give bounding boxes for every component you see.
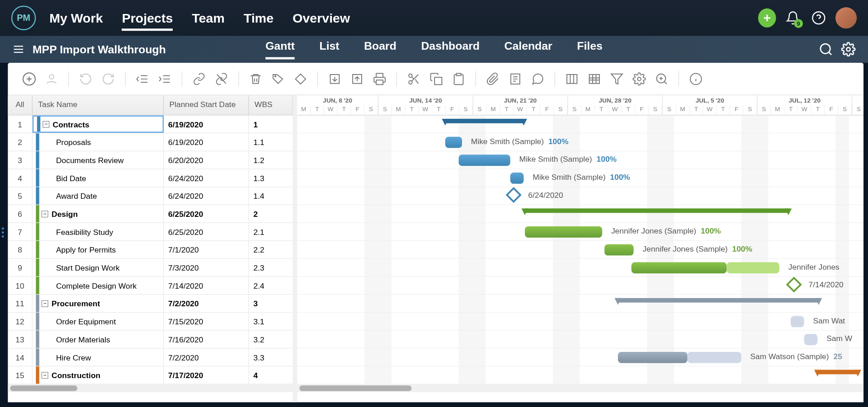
task-bar[interactable]	[632, 262, 727, 273]
task-bar[interactable]	[618, 352, 688, 363]
task-bar-remaining[interactable]	[688, 352, 741, 363]
nav-overview[interactable]: Overview	[292, 10, 350, 28]
print-icon[interactable]	[372, 71, 387, 87]
col-taskname[interactable]: Task Name	[33, 95, 164, 115]
settings-icon[interactable]	[841, 42, 855, 56]
col-date[interactable]: Planned Start Date	[164, 95, 249, 115]
add-button[interactable]	[758, 9, 776, 27]
attachment-icon[interactable]	[485, 71, 501, 87]
view-tab-calendar[interactable]: Calendar	[505, 39, 552, 59]
outdent-icon[interactable]	[135, 71, 151, 87]
collapse-icon[interactable]: −	[42, 300, 48, 307]
task-bar-remaining[interactable]	[726, 262, 779, 273]
nav-team[interactable]: Team	[192, 10, 224, 28]
task-row[interactable]: 11−Procurement7/2/20203	[8, 295, 292, 313]
assign-icon[interactable]	[44, 71, 60, 87]
gantt-row[interactable]: 6/24/2020	[297, 187, 863, 205]
gantt-row[interactable]: Jennifer Jones	[297, 259, 863, 277]
task-bar[interactable]	[604, 244, 633, 256]
collapse-icon[interactable]: −	[42, 372, 48, 379]
task-row[interactable]: 7Feasibility Study6/25/20202.1	[8, 223, 292, 241]
cut-icon[interactable]	[406, 71, 422, 87]
gantt-row[interactable]: Jennifer Jones (Sample)100%	[297, 241, 863, 259]
help-button[interactable]	[810, 9, 828, 27]
gantt-row[interactable]: 7/14/2020	[297, 277, 863, 295]
gantt-row[interactable]	[297, 366, 863, 384]
task-bar[interactable]	[791, 316, 804, 327]
task-row[interactable]: 14Hire Crew7/2/20203.3	[8, 348, 292, 366]
columns-icon[interactable]	[564, 71, 580, 87]
logo[interactable]: PM	[11, 5, 36, 30]
user-avatar[interactable]	[835, 7, 857, 28]
task-bar[interactable]	[459, 154, 510, 166]
notes-icon[interactable]	[507, 71, 523, 87]
add-task-icon[interactable]	[21, 71, 37, 87]
gear-icon[interactable]	[632, 71, 647, 87]
col-all[interactable]: All	[8, 95, 33, 115]
summary-bar[interactable]	[817, 370, 858, 374]
task-row[interactable]: 9Start Design Work7/3/20202.3	[8, 259, 292, 277]
task-bar[interactable]	[525, 226, 602, 238]
info-icon[interactable]	[688, 71, 704, 87]
export-icon[interactable]	[349, 71, 365, 87]
delete-icon[interactable]	[248, 71, 264, 87]
summary-bar[interactable]	[525, 208, 788, 213]
indent-icon[interactable]	[157, 71, 173, 87]
collapse-icon[interactable]: −	[42, 211, 48, 217]
view-tab-list[interactable]: List	[319, 39, 339, 59]
view-tab-dashboard[interactable]: Dashboard	[421, 39, 480, 59]
gantt-row[interactable]: Sam W	[297, 331, 863, 349]
tag-icon[interactable]	[270, 71, 286, 87]
summary-bar[interactable]	[445, 119, 524, 123]
collapse-icon[interactable]: −	[42, 121, 49, 127]
zoom-icon[interactable]	[654, 71, 670, 87]
gantt-row[interactable]: Mike Smith (Sample)100%	[297, 133, 863, 151]
link-icon[interactable]	[191, 71, 207, 87]
grid-hscroll[interactable]	[8, 384, 292, 392]
task-row[interactable]: 15−Construction7/17/20204	[8, 366, 292, 384]
gantt-row[interactable]: Sam Wat	[297, 313, 863, 331]
gantt-row[interactable]: Mike Smith (Sample)100%	[297, 169, 863, 187]
nav-my-work[interactable]: My Work	[49, 10, 103, 28]
task-bar[interactable]	[804, 334, 818, 345]
search-icon[interactable]	[819, 42, 833, 56]
task-row[interactable]: 3Documents Review6/20/20201.2	[8, 151, 292, 169]
gantt-body[interactable]: Mike Smith (Sample)100%Mike Smith (Sampl…	[297, 116, 863, 384]
comment-icon[interactable]	[530, 71, 546, 87]
view-tab-files[interactable]: Files	[577, 39, 603, 59]
gantt-hscroll[interactable]	[297, 384, 863, 392]
nav-projects[interactable]: Projects	[122, 10, 173, 31]
paste-icon[interactable]	[451, 71, 467, 87]
task-bar[interactable]	[510, 173, 524, 184]
milestone-diamond[interactable]	[506, 187, 522, 203]
milestone-diamond[interactable]	[786, 277, 802, 293]
gantt-row[interactable]: Jennifer Jones (Sample)100%	[297, 223, 863, 241]
undo-icon[interactable]	[78, 71, 94, 87]
unlink-icon[interactable]	[214, 71, 230, 87]
gantt-row[interactable]: Sam Watson (Sample)25	[297, 348, 863, 366]
task-row[interactable]: 4Bid Date6/24/20201.3	[8, 169, 292, 187]
import-icon[interactable]	[327, 71, 343, 87]
gantt-row[interactable]	[297, 295, 863, 313]
view-tab-gantt[interactable]: Gantt	[265, 39, 295, 59]
redo-icon[interactable]	[100, 71, 116, 87]
view-tab-board[interactable]: Board	[364, 39, 396, 59]
task-bar[interactable]	[445, 137, 462, 148]
summary-bar[interactable]	[618, 298, 819, 303]
filter-icon[interactable]	[609, 71, 625, 87]
gantt-row[interactable]: Mike Smith (Sample)100%	[297, 151, 863, 169]
task-row[interactable]: 13Order Materials7/16/20203.2	[8, 331, 292, 349]
nav-time[interactable]: Time	[244, 10, 274, 28]
task-row[interactable]: 12Order Equipment7/15/20203.1	[8, 313, 292, 331]
task-row[interactable]: 1−Contracts6/19/20201	[8, 116, 292, 134]
menu-icon[interactable]	[12, 43, 24, 56]
task-row[interactable]: 8Apply for Permits7/1/20202.2	[8, 241, 292, 259]
task-row[interactable]: 5Award Date6/24/20201.4	[8, 187, 292, 205]
task-row[interactable]: 6−Design6/25/20202	[8, 205, 292, 223]
grid-icon[interactable]	[586, 71, 602, 87]
gantt-row[interactable]	[297, 116, 863, 134]
copy-icon[interactable]	[429, 71, 444, 87]
task-row[interactable]: 2Proposals6/19/20201.1	[8, 133, 292, 151]
milestone-icon[interactable]	[292, 71, 308, 87]
col-wbs[interactable]: WBS	[249, 95, 293, 115]
